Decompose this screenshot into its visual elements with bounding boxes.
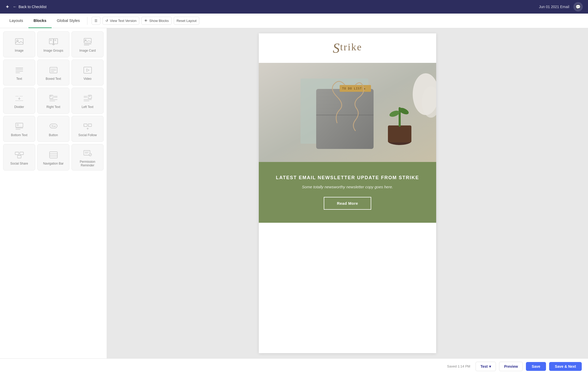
svg-text:t: t (84, 125, 85, 126)
svg-rect-20 (84, 67, 92, 73)
block-image-label: Image (15, 49, 23, 52)
block-text-label: Text (16, 77, 22, 81)
hero-svg: TO DO LIST ★ (259, 63, 436, 162)
reset-layout-button[interactable]: Reset Layout (174, 17, 200, 25)
svg-point-29 (50, 96, 51, 97)
block-video-label: Video (83, 77, 91, 81)
email-header: Strike (259, 33, 436, 63)
block-bottom-text[interactable]: Bottom Text (3, 116, 35, 142)
block-boxed-text-label: Boxed Text (46, 77, 61, 81)
image-icon (15, 37, 24, 47)
svg-rect-66 (316, 89, 374, 149)
block-social-share[interactable]: Social Share (3, 144, 35, 171)
back-to-checklist-button[interactable]: ← Back to Checklist (13, 4, 46, 9)
email-subtext: Some totally newsworthy newsletter copy … (269, 185, 426, 189)
text-icon (15, 65, 24, 75)
test-button[interactable]: Test ▾ (476, 362, 496, 371)
block-image-card-label: Image Card (79, 49, 96, 52)
left-text-icon (83, 94, 92, 103)
svg-point-5 (55, 40, 56, 41)
block-text[interactable]: Text (3, 59, 35, 86)
block-social-follow[interactable]: t f Social Follow (71, 116, 104, 142)
main-content: Image Image Groups (0, 28, 588, 358)
toolbar-tabs: Layouts Blocks Global Styles (4, 14, 85, 28)
email-cta-button[interactable]: Read More (324, 197, 371, 210)
block-social-follow-label: Social Follow (78, 133, 97, 137)
svg-point-63 (89, 153, 92, 156)
social-share-icon (15, 150, 24, 160)
top-bar-right: Jun 01 2021 Email 💬 (539, 2, 583, 11)
email-logo: Strike (333, 41, 362, 55)
divider-icon (15, 94, 24, 103)
svg-text:f: f (89, 125, 89, 126)
permission-icon (83, 148, 92, 158)
eye-icon: 👁 (144, 19, 148, 23)
block-right-text[interactable]: Right Text (37, 88, 69, 114)
block-image-groups[interactable]: Image Groups (37, 31, 69, 57)
block-navigation-bar[interactable]: Navigation Bar (37, 144, 69, 171)
save-next-button[interactable]: Save & Next (549, 362, 582, 371)
svg-text:TO DO LIST ★: TO DO LIST ★ (342, 87, 366, 90)
svg-rect-57 (50, 152, 57, 158)
nav-bar-icon (49, 150, 58, 160)
tab-blocks[interactable]: Blocks (28, 14, 52, 28)
right-text-icon (49, 94, 58, 103)
blocks-grid: Image Image Groups (3, 31, 104, 171)
menu-icon: ☰ (94, 19, 98, 23)
block-right-text-label: Right Text (46, 105, 60, 109)
toolbar-divider (87, 17, 87, 25)
app-logo: ✦ (5, 4, 10, 10)
back-arrow-icon: ← (13, 4, 17, 9)
menu-button[interactable]: ☰ (92, 17, 100, 25)
svg-point-41 (17, 124, 19, 126)
block-button-label: Button (49, 133, 58, 137)
svg-rect-40 (16, 123, 23, 127)
top-bar-left: ✦ ← Back to Checklist (5, 4, 46, 10)
button-icon (49, 122, 58, 131)
chat-icon-button[interactable]: 💬 (573, 2, 583, 11)
video-icon (83, 65, 92, 75)
block-image[interactable]: Image (3, 31, 35, 57)
blocks-panel: Image Image Groups (0, 28, 107, 358)
save-button[interactable]: Save (526, 362, 546, 371)
svg-rect-3 (54, 39, 58, 44)
preview-area: Strike (107, 28, 588, 358)
block-left-text[interactable]: Left Text (71, 88, 104, 114)
email-content-block: LATEST EMAIL NEWSLETTER UPDATE FROM STRI… (259, 162, 436, 223)
block-video[interactable]: Video (71, 59, 104, 86)
block-boxed-text[interactable]: Boxed Text (37, 59, 69, 86)
refresh-icon: ↺ (105, 19, 108, 23)
block-social-share-label: Social Share (10, 162, 28, 165)
block-image-card[interactable]: Image Card (71, 31, 104, 57)
block-button[interactable]: Button (37, 116, 69, 142)
svg-rect-0 (15, 39, 23, 44)
top-bar: ✦ ← Back to Checklist Jun 01 2021 Email … (0, 0, 588, 14)
bottom-bar: Saved 1:14 PM Test ▾ Preview Save Save &… (0, 358, 588, 374)
block-divider[interactable]: Divider (3, 88, 35, 114)
svg-rect-54 (15, 152, 19, 155)
view-text-button[interactable]: ↺ View Text Version (103, 17, 139, 25)
tab-global-styles[interactable]: Global Styles (52, 14, 85, 28)
block-left-text-label: Left Text (82, 105, 93, 109)
svg-marker-21 (87, 69, 89, 71)
svg-rect-78 (388, 125, 411, 142)
show-blocks-button[interactable]: 👁 Show Blocks (141, 17, 171, 25)
svg-rect-56 (17, 155, 21, 158)
block-image-groups-label: Image Groups (43, 49, 63, 52)
svg-point-37 (89, 96, 90, 97)
tab-layouts[interactable]: Layouts (4, 14, 28, 28)
social-follow-icon: t f (83, 122, 92, 131)
block-navigation-bar-label: Navigation Bar (43, 162, 64, 165)
bottom-text-icon (15, 122, 24, 131)
preview-button[interactable]: Preview (499, 362, 523, 371)
boxed-text-icon (49, 65, 58, 75)
image-groups-icon (49, 37, 58, 47)
svg-rect-44 (50, 124, 57, 128)
svg-rect-2 (49, 39, 53, 44)
block-bottom-text-label: Bottom Text (11, 133, 27, 137)
block-permission-reminder[interactable]: Permission Reminder (71, 144, 104, 171)
saved-status: Saved 1:14 PM (447, 364, 470, 368)
svg-point-4 (50, 40, 51, 41)
svg-rect-55 (20, 152, 23, 155)
email-container: Strike (259, 33, 436, 353)
